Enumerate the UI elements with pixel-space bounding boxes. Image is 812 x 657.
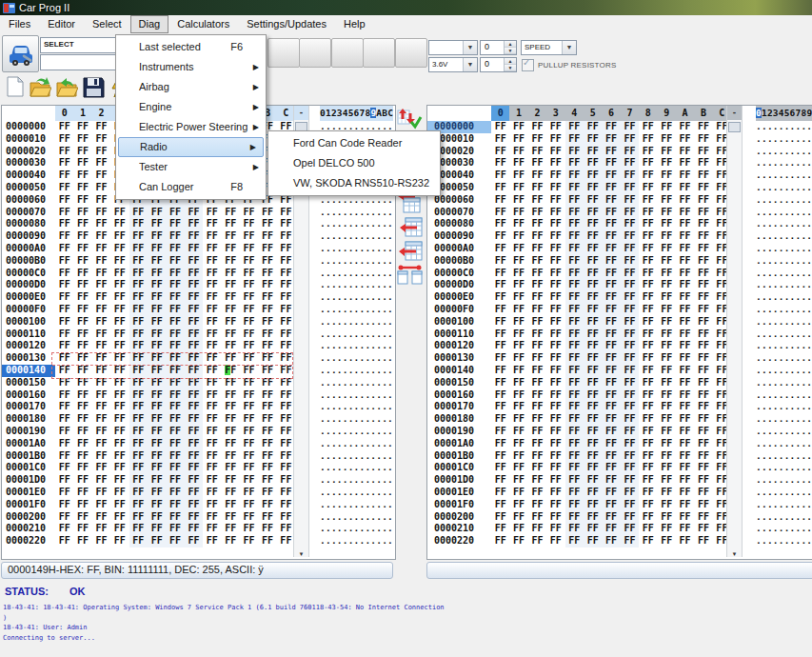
hex-cell[interactable]: FF — [240, 413, 258, 426]
hex-cell[interactable]: FF — [565, 389, 584, 402]
hex-cell[interactable]: FF — [546, 426, 564, 438]
hex-cell[interactable]: FF — [658, 316, 676, 328]
hex-cell[interactable]: FF — [676, 279, 694, 291]
hex-cell[interactable]: FF — [528, 255, 546, 268]
hex-cell[interactable]: FF — [584, 316, 602, 328]
hex-cell[interactable]: FF — [110, 316, 129, 328]
hex-cell[interactable]: FF — [55, 146, 73, 158]
hex-cell[interactable]: FF — [676, 474, 694, 487]
hex-cell[interactable]: FF — [166, 365, 184, 377]
address-cell[interactable]: 0000210 — [2, 523, 55, 535]
address-cell[interactable]: 00001F0 — [427, 499, 491, 511]
hex-cell[interactable]: FF — [565, 426, 584, 438]
hex-cell[interactable]: FF — [509, 169, 527, 182]
hex-cell[interactable]: FF — [166, 243, 184, 255]
ascii-cell[interactable]: ............. — [756, 328, 812, 341]
hex-cell[interactable]: FF — [565, 207, 584, 219]
hex-cell[interactable]: FF — [240, 316, 258, 328]
menu-item-instruments[interactable]: Instruments▶ — [116, 57, 266, 77]
address-cell[interactable]: 0000160 — [427, 389, 491, 402]
hex-cell[interactable]: FF — [185, 255, 203, 268]
address-cell[interactable]: 0000090 — [2, 230, 55, 243]
hex-cell[interactable]: FF — [491, 169, 509, 182]
hex-cell[interactable]: FF — [639, 243, 657, 255]
hex-cell[interactable]: FF — [694, 255, 712, 268]
hex-cell[interactable]: FF — [528, 352, 546, 365]
hex-cell[interactable]: FF — [55, 450, 73, 463]
hex-cell[interactable]: FF — [584, 487, 602, 499]
hex-cell[interactable]: FF — [509, 230, 527, 243]
address-cell[interactable]: 0000200 — [427, 511, 491, 524]
hex-cell[interactable]: FF — [491, 268, 509, 280]
hex-cell[interactable]: FF — [694, 218, 712, 230]
address-cell[interactable]: 00001B0 — [427, 450, 491, 463]
hex-cell[interactable]: FF — [55, 511, 73, 524]
hex-cell[interactable]: FF — [110, 389, 129, 402]
hex-cell[interactable]: FF — [509, 426, 527, 438]
hex-cell[interactable]: FF — [694, 377, 712, 389]
hex-cell[interactable]: FF — [602, 230, 620, 243]
hex-cell[interactable]: FF — [258, 474, 276, 487]
hex-cell[interactable]: FF — [258, 523, 276, 535]
hex-cell[interactable]: FF — [621, 169, 639, 182]
ascii-cell[interactable]: ............. — [320, 243, 393, 255]
ascii-cell[interactable]: ............. — [320, 426, 393, 438]
hex-cell[interactable]: FF — [676, 426, 694, 438]
hex-cell[interactable]: FF — [546, 146, 564, 158]
ascii-cell[interactable]: ............. — [756, 146, 812, 158]
ascii-cell[interactable]: ............. — [756, 230, 812, 243]
hex-cell[interactable]: FF — [621, 340, 639, 352]
hex-cell[interactable]: FF — [222, 243, 240, 255]
hex-cell[interactable]: FF — [639, 157, 657, 169]
ascii-cell[interactable]: ............. — [756, 268, 812, 280]
hex-cell[interactable]: FF — [584, 340, 602, 352]
hex-cell[interactable]: FF — [565, 157, 584, 169]
hex-cell[interactable]: FF — [528, 401, 546, 413]
ascii-cell[interactable]: ............. — [320, 365, 393, 377]
hex-cell[interactable]: FF — [639, 207, 657, 219]
hex-cell[interactable]: FF — [240, 279, 258, 291]
hex-cell[interactable]: FF — [166, 230, 184, 243]
hex-cell[interactable]: FF — [129, 340, 148, 352]
hex-cell[interactable]: FF — [55, 133, 73, 146]
hex-cell[interactable]: FF — [258, 340, 276, 352]
hex-cell[interactable]: FF — [546, 291, 564, 304]
hex-cell[interactable]: FF — [694, 499, 712, 511]
hex-cell[interactable]: FF — [92, 255, 110, 268]
hex-cell[interactable]: FF — [509, 207, 527, 219]
hex-cell[interactable]: FF — [185, 462, 203, 474]
menubar-item-settings-updates[interactable]: Settings/Updates — [238, 15, 335, 33]
hex-cell[interactable]: FF — [565, 255, 584, 268]
hex-cell[interactable]: FF — [258, 352, 276, 365]
hex-cell[interactable]: FF — [639, 474, 657, 487]
hex-cell[interactable]: FF — [509, 279, 527, 291]
hex-cell[interactable]: FF — [676, 207, 694, 219]
spinner-arrows[interactable]: ▲▼ — [504, 41, 516, 54]
hex-cell[interactable]: FF — [528, 462, 546, 474]
hex-cell[interactable]: FF — [92, 279, 110, 291]
ascii-cell[interactable]: ............. — [756, 450, 812, 463]
hex-cell[interactable]: FF — [240, 535, 258, 548]
hex-cell[interactable]: FF — [222, 462, 240, 474]
hex-cell[interactable]: FF — [55, 487, 73, 499]
ascii-cell[interactable]: ............. — [756, 523, 812, 535]
hex-cell[interactable]: FF — [185, 474, 203, 487]
hex-cell[interactable]: FF — [694, 438, 712, 450]
hex-cell[interactable]: FF — [602, 316, 620, 328]
address-cell[interactable]: 00000F0 — [427, 304, 491, 316]
hex-cell[interactable]: FF — [166, 352, 184, 365]
hex-cell[interactable]: FF — [602, 279, 620, 291]
address-cell[interactable]: 0000170 — [2, 401, 55, 413]
hex-cell[interactable]: FF — [658, 230, 676, 243]
hex-cell[interactable]: FF — [639, 340, 657, 352]
submenu-item-opel-delco-500[interactable]: Opel DELCO 500 — [268, 153, 440, 173]
hex-cell[interactable]: FF — [129, 499, 148, 511]
hex-cell[interactable]: FF — [129, 243, 148, 255]
hex-cell[interactable]: FF — [258, 413, 276, 426]
hex-cell[interactable]: FF — [92, 523, 110, 535]
hex-cell[interactable]: FF — [602, 487, 620, 499]
hex-cell[interactable]: FF — [258, 316, 276, 328]
hex-cell[interactable]: FF — [694, 365, 712, 377]
hex-cell[interactable]: FF — [166, 316, 184, 328]
hex-cell[interactable]: FF — [148, 340, 166, 352]
